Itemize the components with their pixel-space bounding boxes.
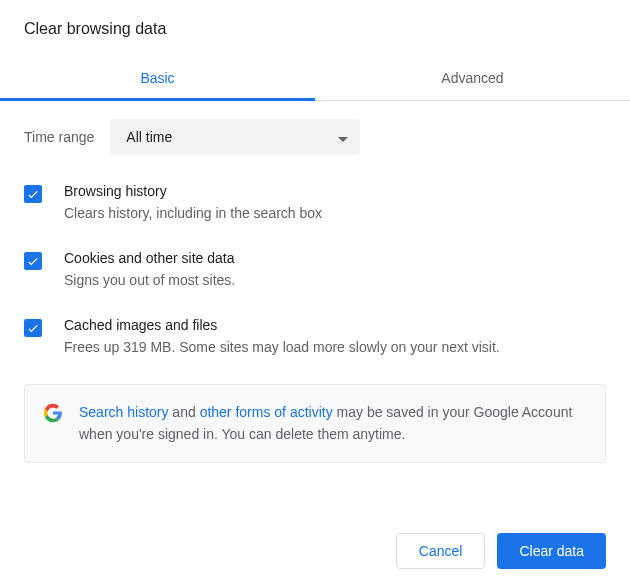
clear-browsing-data-dialog: Clear browsing data Basic Advanced Time …	[0, 0, 630, 587]
notice-text: Search history and other forms of activi…	[79, 401, 587, 446]
google-account-notice: Search history and other forms of activi…	[24, 384, 606, 463]
option-desc: Frees up 319 MB. Some sites may load mor…	[64, 337, 500, 358]
chevron-down-icon	[338, 129, 348, 145]
time-range-label: Time range	[24, 129, 94, 145]
button-label: Clear data	[519, 543, 584, 559]
dialog-footer: Cancel Clear data	[0, 463, 630, 569]
clear-data-button[interactable]: Clear data	[497, 533, 606, 569]
checkbox-cached[interactable]	[24, 319, 42, 337]
tabs: Basic Advanced	[0, 56, 630, 101]
option-cookies: Cookies and other site data Signs you ou…	[24, 250, 606, 291]
dialog-title: Clear browsing data	[0, 20, 630, 56]
option-text: Cached images and files Frees up 319 MB.…	[64, 317, 500, 358]
notice-mid1: and	[168, 404, 199, 420]
option-cached: Cached images and files Frees up 319 MB.…	[24, 317, 606, 358]
option-title: Cached images and files	[64, 317, 500, 333]
tab-basic[interactable]: Basic	[0, 56, 315, 100]
google-logo-icon	[43, 403, 63, 423]
option-desc: Clears history, including in the search …	[64, 203, 322, 224]
option-text: Cookies and other site data Signs you ou…	[64, 250, 235, 291]
option-desc: Signs you out of most sites.	[64, 270, 235, 291]
option-title: Cookies and other site data	[64, 250, 235, 266]
dialog-body: Time range All time Browsing history Cle…	[0, 101, 630, 463]
cancel-button[interactable]: Cancel	[396, 533, 486, 569]
time-range-value: All time	[126, 129, 172, 145]
button-label: Cancel	[419, 543, 463, 559]
tab-advanced[interactable]: Advanced	[315, 56, 630, 100]
search-history-link[interactable]: Search history	[79, 404, 168, 420]
checkbox-browsing-history[interactable]	[24, 185, 42, 203]
check-icon	[26, 321, 40, 335]
tab-label: Advanced	[441, 70, 503, 86]
checkbox-cookies[interactable]	[24, 252, 42, 270]
other-activity-link[interactable]: other forms of activity	[200, 404, 333, 420]
option-title: Browsing history	[64, 183, 322, 199]
option-text: Browsing history Clears history, includi…	[64, 183, 322, 224]
check-icon	[26, 254, 40, 268]
tab-label: Basic	[140, 70, 174, 86]
time-range-select[interactable]: All time	[110, 119, 360, 155]
check-icon	[26, 187, 40, 201]
time-range-row: Time range All time	[24, 119, 606, 155]
option-browsing-history: Browsing history Clears history, includi…	[24, 183, 606, 224]
